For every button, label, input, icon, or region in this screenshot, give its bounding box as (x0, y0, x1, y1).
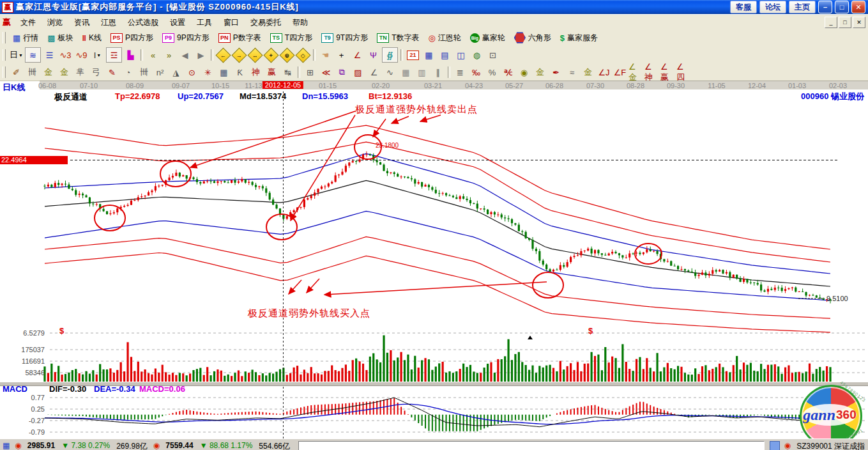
wave-brain-icon[interactable]: ∯ (382, 47, 398, 63)
index-value[interactable]: 7559.44 (165, 441, 193, 450)
crosshair-icon[interactable]: + (334, 48, 349, 62)
draw-boxgrid-icon[interactable]: ▦ (217, 65, 231, 79)
draw-angle-f-icon[interactable]: ∠F (613, 65, 627, 79)
toolbar-hexagon-button[interactable]: 六角形 (510, 31, 556, 45)
draw-pen-icon[interactable]: ✐ (9, 65, 24, 79)
toolbar-9t-square-button[interactable]: T99T四方形 (317, 31, 372, 45)
minimize-button[interactable]: – (818, 1, 832, 13)
toolbar-sectors-button[interactable]: ▩板块 (43, 31, 77, 45)
bars-3-icon[interactable]: ∿3 (58, 48, 73, 62)
draw-kmark-icon[interactable]: Ƙ (232, 65, 247, 79)
bars-9-icon[interactable]: ∿9 (74, 48, 89, 62)
toolbar-kline-button[interactable]: ‖K线 (78, 31, 106, 45)
last-bar-icon[interactable]: » (162, 48, 176, 62)
toolbar-9p-square-button[interactable]: P99P四方形 (158, 31, 214, 45)
menu-窗口[interactable]: 窗口 (218, 16, 245, 29)
titlebar-link-主页[interactable]: 主页 (789, 1, 816, 13)
next-bar-icon[interactable]: ▶ (194, 48, 208, 62)
draw-bow-icon[interactable]: 弓 (89, 65, 103, 79)
titlebar-link-论坛[interactable]: 论坛 (759, 1, 786, 13)
draw-angle-shen-icon[interactable]: ∠神 (644, 65, 659, 79)
draw-grid3-icon[interactable]: 卌 (137, 65, 151, 79)
main-chart-icon[interactable]: ≋ (25, 47, 41, 63)
current-index-label[interactable]: SZ399001 深证成指 (796, 441, 865, 450)
draw-retrace-icon[interactable]: ℀ (501, 65, 515, 79)
draw-gold-grid-icon[interactable]: 金 (41, 65, 56, 79)
toolbar-p-table-button[interactable]: PNP数字表 (214, 31, 266, 45)
draw-goldband-icon[interactable]: 金 (581, 65, 595, 79)
draw-fanfill-icon[interactable]: ▨ (351, 65, 365, 79)
candle-style-button[interactable]: I▼ (90, 48, 105, 62)
draw-angle-win-icon[interactable]: ∠赢 (660, 65, 675, 79)
angle-measure-icon[interactable]: ∠ (350, 48, 365, 62)
diamond-expand-icon[interactable]: + (264, 48, 278, 62)
draw-fanbox-icon[interactable]: ⧉ (335, 65, 349, 79)
toolbar-t-square-button[interactable]: TST四方形 (266, 31, 317, 45)
menu-资讯[interactable]: 资讯 (68, 16, 95, 29)
data-download-icon[interactable]: ⊡ (485, 48, 500, 62)
menu-文件[interactable]: 文件 (15, 16, 42, 29)
menu-帮助[interactable]: 帮助 (287, 16, 314, 29)
prev-bar-icon[interactable]: ◀ (178, 48, 192, 62)
draw-angle-four-icon[interactable]: ∠四 (676, 65, 691, 79)
draw-pct-icon[interactable]: % (485, 65, 499, 79)
draw-goldcircle-icon[interactable]: ◉ (517, 65, 531, 79)
mdi-restore-button[interactable]: □ (839, 17, 851, 28)
save-icon[interactable]: ◫ (453, 48, 468, 62)
draw-angle-j-icon[interactable]: ∠J (597, 65, 611, 79)
volume-profile-icon[interactable]: ▙ (123, 48, 138, 62)
toolbar-grip[interactable] (3, 32, 6, 43)
toolbar-grip[interactable] (3, 66, 6, 78)
draw-brush-icon[interactable]: ✒ (549, 65, 563, 79)
diamond-left-icon[interactable]: ← (216, 48, 231, 62)
toolbar-quotes-button[interactable]: ▦行情 (8, 31, 43, 45)
first-bar-icon[interactable]: « (146, 48, 160, 62)
calendar-icon[interactable]: 21 (406, 48, 420, 62)
menu-公式选股[interactable]: 公式选股 (122, 16, 164, 29)
diamond-right-icon[interactable]: → (232, 48, 247, 62)
diamond-full-icon[interactable]: ◇ (296, 48, 310, 62)
toolbar-winner-service-button[interactable]: $赢家服务 (556, 31, 602, 45)
index-value[interactable]: 2985.91 (27, 441, 55, 450)
web-refresh-icon[interactable]: ◍ (469, 48, 484, 62)
notes-icon[interactable]: ▤ (438, 48, 452, 62)
toolbar-t-table-button[interactable]: TNT数字表 (372, 31, 423, 45)
draw-colgrid-icon[interactable]: ▥ (415, 65, 429, 79)
toolbar-grip[interactable] (3, 49, 6, 61)
diamond-compress-icon[interactable]: ⊕ (280, 48, 294, 62)
draw-shen-icon[interactable]: 神 (248, 65, 263, 79)
draw-star-icon[interactable]: ✳ (201, 65, 215, 79)
draw-target-icon[interactable]: ⊙ (185, 65, 199, 79)
menu-交易委托[interactable]: 交易委托 (245, 16, 287, 29)
chart-area[interactable]: 日K线 极反通道Tp=22.6978Up=20.7567Md=18.5374Dn… (0, 89, 868, 438)
draw-waveband-icon[interactable]: ≈ (565, 65, 579, 79)
diamond-hspan-icon[interactable]: ↔ (248, 48, 263, 62)
draw-fan-icon[interactable]: ≪ (319, 65, 333, 79)
menu-浏览[interactable]: 浏览 (42, 16, 68, 29)
draw-gold-grid2-icon[interactable]: 金 (57, 65, 72, 79)
toolbar-p-square-button[interactable]: PSP四方形 (106, 31, 158, 45)
titlebar-link-客服[interactable]: 客服 (730, 1, 757, 13)
drag-hand-icon[interactable]: ☚ (318, 48, 333, 62)
gann-pattern-icon[interactable]: ☲ (106, 47, 122, 63)
toolbar-gann-wheel-button[interactable]: ◎江恩轮 (424, 31, 466, 45)
close-button[interactable]: ✕ (851, 1, 865, 13)
draw-parallel-icon[interactable]: ∥ (430, 65, 445, 79)
restore-button[interactable]: □ (835, 1, 849, 13)
draw-ladder-icon[interactable]: ≣ (453, 65, 468, 79)
draw-grid-icon[interactable]: 卌 (25, 65, 40, 79)
draw-red-pen-icon[interactable]: ✎ (105, 65, 119, 79)
draw-wave-icon[interactable]: ∿ (383, 65, 397, 79)
draw-win-icon[interactable]: 赢 (264, 65, 279, 79)
menu-江恩[interactable]: 江恩 (95, 16, 122, 29)
draw-densegrid-icon[interactable]: ▦ (399, 65, 413, 79)
menu-设置[interactable]: 设置 (164, 16, 191, 29)
toolbar-winner-wheel-button[interactable]: Big赢家轮 (466, 31, 510, 45)
draw-pctline-icon[interactable]: ‰ (469, 65, 483, 79)
kline-period-button[interactable]: 日▼ (9, 48, 24, 62)
status-app-icon[interactable]: ▦ (3, 441, 10, 450)
calculator-icon[interactable]: ▦ (422, 48, 436, 62)
draw-prism-icon[interactable]: ◮ (169, 65, 183, 79)
f10-info-icon[interactable]: ☰ (42, 48, 57, 62)
draw-fence-icon[interactable]: 芈 (73, 65, 88, 79)
